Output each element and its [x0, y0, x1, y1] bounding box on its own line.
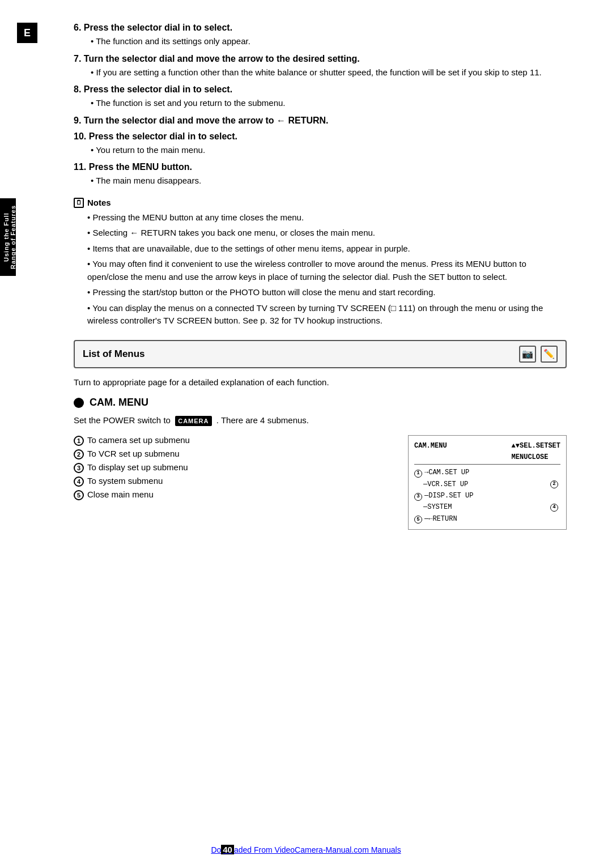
- list-of-menus-box: List of Menus 📷 ✏️: [74, 340, 567, 368]
- step-11-bullet-1: The main menu disappears.: [91, 175, 567, 188]
- page-num-inline: 40: [221, 845, 234, 854]
- note-3: Items that are unavailable, due to the s…: [87, 242, 567, 256]
- main-content: 6. Press the selector dial in to select.…: [74, 23, 567, 530]
- step-11: 11. Press the MENU button. The main menu…: [74, 162, 567, 188]
- step-10-bullet-1: You return to the main menu.: [91, 144, 567, 157]
- step-8-heading: 8. Press the selector dial in to select.: [74, 84, 567, 95]
- circle-num-4: 4: [74, 476, 84, 487]
- diagram-header: CAM.MENU ▲▼SEL.SETSET MENUCLOSE: [414, 440, 560, 465]
- circle-num-5: 5: [74, 490, 84, 500]
- camera-icon-box: 📷: [519, 346, 536, 363]
- circle-num-3: 3: [74, 463, 84, 473]
- cam-menu-heading: CAM. MENU: [74, 397, 567, 409]
- menu-diagram: CAM.MENU ▲▼SEL.SETSET MENUCLOSE 1→CAM.SE…: [408, 435, 567, 530]
- notes-heading: 🗒 Notes: [74, 198, 567, 208]
- diagram-row-1: 1→CAM.SET UP: [414, 467, 560, 478]
- cam-menu-item-3: 3 To display set up submenu: [74, 462, 391, 473]
- edit-icon: ✏️: [543, 348, 555, 359]
- note-6: You can display the menus on a connected…: [87, 302, 567, 327]
- side-tab: Using the Full Range of Features: [0, 198, 16, 276]
- cam-menu-bullet: [74, 398, 84, 408]
- side-tab-line1: Using the Full: [3, 212, 10, 262]
- diag-num-5: 5: [414, 516, 422, 524]
- diagram-header-right: ▲▼SEL.SETSET MENUCLOSE: [512, 440, 560, 463]
- step-10-heading: 10. Press the selector dial in to select…: [74, 131, 567, 142]
- circle-num-2: 2: [74, 449, 84, 459]
- step-10: 10. Press the selector dial in to select…: [74, 131, 567, 157]
- circle-num-1: 1: [74, 436, 84, 446]
- step-6-bullet-1: The function and its settings only appea…: [91, 35, 567, 48]
- cam-menu-title: CAM. MENU: [90, 397, 148, 409]
- diag-num-3: 3: [414, 493, 422, 501]
- cam-menu-content: 1 To camera set up submenu 2 To VCR set …: [74, 435, 567, 530]
- notes-section: 🗒 Notes Pressing the MENU button at any …: [74, 198, 567, 327]
- diagram-row-5: 5—←RETURN: [414, 513, 560, 525]
- camera-icon: 📷: [522, 348, 533, 359]
- e-tab: E: [17, 23, 37, 43]
- diagram-header-left: CAM.MENU: [414, 440, 447, 463]
- note-2: Selecting ← RETURN takes you back one me…: [87, 227, 567, 240]
- step-11-heading: 11. Press the MENU button.: [74, 162, 567, 172]
- list-of-menus-title: List of Menus: [83, 348, 145, 360]
- step-6: 6. Press the selector dial in to select.…: [74, 23, 567, 48]
- page-container: Using the Full Range of Features E 6. Pr…: [0, 0, 612, 868]
- cam-menu-item-5: 5 Close main menu: [74, 490, 391, 500]
- step-8: 8. Press the selector dial in to select.…: [74, 84, 567, 110]
- list-of-menus-desc: Turn to appropriate page for a detailed …: [74, 376, 567, 389]
- diag-num-2: 2: [550, 480, 558, 488]
- diagram-row-4: —SYSTEM 4: [414, 501, 560, 513]
- cam-menu-item-4: 4 To system submenu: [74, 476, 391, 487]
- note-5: Pressing the start/stop button or the PH…: [87, 286, 567, 299]
- step-8-bullet-1: The function is set and you return to th…: [91, 97, 567, 110]
- step-6-heading: 6. Press the selector dial in to select.: [74, 23, 567, 33]
- cam-menu-item-1: 1 To camera set up submenu: [74, 435, 391, 446]
- cam-menu-list: 1 To camera set up submenu 2 To VCR set …: [74, 435, 391, 503]
- step-9: 9. Turn the selector dial and move the a…: [74, 116, 567, 126]
- note-4: You may often find it convenient to use …: [87, 258, 567, 283]
- list-menus-icons: 📷 ✏️: [519, 346, 558, 363]
- side-tab-line2: Range of Features: [10, 205, 16, 269]
- step-7-heading: 7. Turn the selector dial and move the a…: [74, 54, 567, 64]
- cam-menu-description: Set the POWER switch to CAMERA . There a…: [74, 414, 567, 427]
- step-7-bullet-1: If you are setting a function other than…: [91, 66, 567, 79]
- footer-link[interactable]: Do40aded From VideoCamera-Manual.com Man…: [0, 845, 612, 854]
- step-7: 7. Turn the selector dial and move the a…: [74, 54, 567, 79]
- step-9-heading: 9. Turn the selector dial and move the a…: [74, 116, 567, 126]
- diagram-row-3: 3—DISP.SET UP: [414, 490, 560, 501]
- diag-num-4: 4: [550, 504, 558, 512]
- cam-menu-item-2: 2 To VCR set up submenu: [74, 449, 391, 459]
- note-1: Pressing the MENU button at any time clo…: [87, 211, 567, 224]
- camera-badge: CAMERA: [175, 416, 211, 427]
- diag-num-1: 1: [414, 470, 422, 478]
- edit-icon-box: ✏️: [541, 346, 558, 363]
- notes-icon: 🗒: [74, 198, 84, 208]
- diagram-row-2: —VCR.SET UP 2: [414, 479, 560, 490]
